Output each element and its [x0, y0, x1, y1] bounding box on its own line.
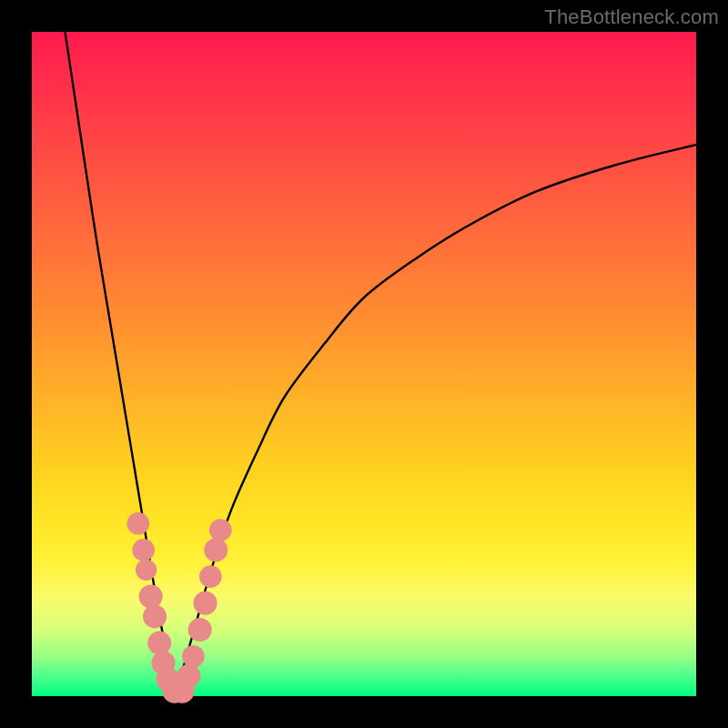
data-marker: [188, 618, 212, 642]
data-marker: [147, 632, 171, 655]
data-marker: [199, 565, 222, 588]
data-marker: [177, 664, 200, 688]
data-marker: [126, 512, 149, 535]
data-marker: [143, 604, 167, 628]
data-marker: [182, 645, 205, 668]
chart-plot-area: [32, 32, 696, 696]
chart-svg: [32, 32, 696, 696]
data-marker: [194, 592, 217, 615]
data-marker: [204, 538, 228, 561]
watermark-text: TheBottleneck.com: [544, 5, 719, 29]
curve-right-branch: [175, 145, 696, 696]
data-marker: [209, 519, 232, 541]
chart-frame: TheBottleneck.com: [0, 0, 728, 728]
data-marker: [136, 560, 157, 581]
marker-group: [126, 512, 231, 703]
data-marker: [139, 584, 163, 608]
data-marker: [132, 539, 155, 561]
